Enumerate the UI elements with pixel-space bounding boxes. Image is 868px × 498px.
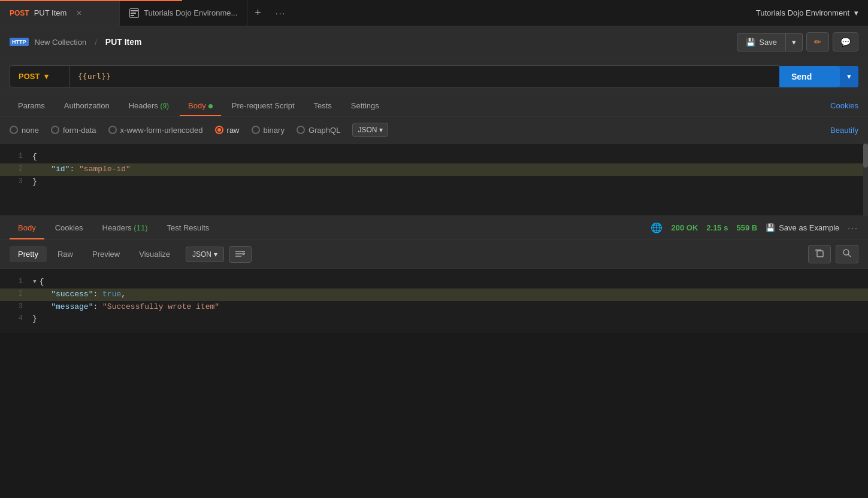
copy-response-button[interactable] bbox=[808, 245, 831, 263]
resp-code-line-3: 3 "message": "Successfully wrote item" bbox=[0, 301, 868, 314]
edit-button[interactable]: ✏ bbox=[806, 32, 829, 51]
radio-form-data[interactable]: form-data bbox=[51, 126, 96, 135]
tab-params[interactable]: Params bbox=[10, 95, 53, 116]
send-chevron-icon: ▾ bbox=[847, 72, 851, 81]
svg-rect-1 bbox=[131, 13, 136, 14]
view-tab-visualize[interactable]: Visualize bbox=[131, 246, 179, 262]
send-dropdown-button[interactable]: ▾ bbox=[839, 66, 858, 87]
beautify-button[interactable]: Beautify bbox=[830, 126, 858, 135]
http-badge: HTTP bbox=[10, 38, 29, 46]
environment-selector[interactable]: Tutorials Dojo Environment ▾ bbox=[746, 0, 868, 26]
send-button[interactable]: Send bbox=[779, 66, 839, 87]
tab-authorization[interactable]: Authorization bbox=[56, 95, 118, 116]
save-label: Save bbox=[759, 38, 777, 47]
tab-tests[interactable]: Tests bbox=[306, 95, 340, 116]
response-status: 🌐 200 OK 2.15 s 559 B 💾 Save as Example … bbox=[651, 222, 858, 233]
resp-tab-body[interactable]: Body bbox=[10, 216, 44, 239]
radio-raw[interactable]: raw bbox=[215, 126, 240, 135]
code-line-3: 3 } bbox=[0, 176, 868, 189]
environment-tab[interactable]: Tutorials Dojo Environme... bbox=[120, 0, 247, 26]
env-selector-label: Tutorials Dojo Environment bbox=[756, 8, 849, 17]
add-tab-button[interactable]: + bbox=[247, 0, 268, 26]
collapse-icon[interactable]: ▾ bbox=[32, 276, 37, 289]
tab-settings[interactable]: Settings bbox=[343, 95, 388, 116]
globe-icon: 🌐 bbox=[651, 222, 663, 233]
tab-body[interactable]: Body bbox=[180, 95, 221, 116]
radio-form-data-circle bbox=[51, 126, 59, 134]
env-selector-chevron: ▾ bbox=[854, 8, 858, 17]
radio-urlencoded[interactable]: x-www-form-urlencoded bbox=[108, 126, 203, 135]
cookies-link[interactable]: Cookies bbox=[830, 95, 858, 116]
tab-headers[interactable]: Headers (9) bbox=[120, 95, 177, 116]
env-icon bbox=[129, 8, 139, 18]
resp-tab-cookies[interactable]: Cookies bbox=[47, 216, 92, 239]
save-example-label: Save as Example bbox=[779, 223, 839, 232]
response-actions bbox=[808, 245, 858, 263]
tab-name: PUT Item bbox=[34, 8, 67, 17]
save-btn-container[interactable]: 💾 Save ▾ bbox=[737, 33, 803, 51]
response-format-label: JSON bbox=[192, 250, 211, 259]
editor-scrollbar[interactable] bbox=[863, 144, 868, 215]
body-dot bbox=[208, 104, 213, 108]
radio-urlencoded-circle bbox=[108, 126, 117, 134]
search-icon bbox=[842, 248, 852, 258]
status-code: 200 OK bbox=[671, 223, 698, 232]
response-view-bar: Pretty Raw Preview Visualize JSON ▾ bbox=[0, 240, 868, 269]
resp-headers-badge: (11) bbox=[134, 223, 147, 232]
view-tab-pretty[interactable]: Pretty bbox=[10, 246, 47, 262]
edit-icon: ✏ bbox=[814, 37, 821, 47]
send-label: Send bbox=[791, 72, 812, 81]
response-section: Body Cookies Headers (11) Test Results 🌐… bbox=[0, 215, 868, 333]
response-format-select[interactable]: JSON ▾ bbox=[186, 247, 224, 262]
response-more-button[interactable]: ··· bbox=[848, 223, 858, 233]
save-button[interactable]: 💾 Save bbox=[737, 33, 786, 51]
response-size: 559 B bbox=[736, 223, 757, 232]
save-dropdown-button[interactable]: ▾ bbox=[786, 33, 803, 51]
radio-graphql[interactable]: GraphQL bbox=[297, 126, 340, 135]
search-response-button[interactable] bbox=[836, 245, 858, 263]
json-format-select[interactable]: JSON ▾ bbox=[352, 123, 388, 137]
save-example-icon: 💾 bbox=[766, 223, 775, 232]
body-type-row: none form-data x-www-form-urlencoded raw… bbox=[0, 117, 868, 144]
resp-code-line-4: 4 } bbox=[0, 313, 868, 326]
wrap-button[interactable] bbox=[229, 246, 252, 263]
comment-button[interactable]: 💬 bbox=[833, 32, 858, 51]
format-chevron-icon: ▾ bbox=[214, 250, 217, 259]
save-icon: 💾 bbox=[746, 38, 755, 47]
request-tab[interactable]: POST PUT Item ✕ bbox=[0, 0, 120, 26]
url-input[interactable] bbox=[69, 65, 779, 87]
view-tab-raw[interactable]: Raw bbox=[49, 246, 81, 262]
resp-tab-headers[interactable]: Headers (11) bbox=[94, 216, 156, 239]
resp-code-line-1: 1 ▾ { bbox=[0, 276, 868, 289]
resp-code-line-2: 2 "success": true, bbox=[0, 289, 868, 301]
save-button-group: 💾 Save ▾ ✏ 💬 bbox=[737, 32, 858, 51]
code-line-1: 1 { bbox=[0, 151, 868, 163]
json-format-chevron-icon: ▾ bbox=[379, 126, 383, 134]
radio-binary-circle bbox=[252, 126, 260, 134]
tab-close-icon[interactable]: ✕ bbox=[76, 9, 82, 17]
scrollbar-thumb bbox=[863, 144, 868, 168]
tab-method: POST bbox=[10, 9, 29, 17]
tab-prerequest[interactable]: Pre-request Script bbox=[223, 95, 303, 116]
request-body-editor[interactable]: 1 { 2 "id": "sample-id" 3 } bbox=[0, 144, 868, 215]
method-chevron-icon: ▾ bbox=[44, 72, 49, 81]
more-tabs-button[interactable]: ··· bbox=[268, 0, 294, 26]
radio-binary[interactable]: binary bbox=[252, 126, 285, 135]
env-tab-label: Tutorials Dojo Environme... bbox=[144, 8, 237, 17]
response-time: 2.15 s bbox=[706, 223, 728, 232]
request-tabs: Params Authorization Headers (9) Body Pr… bbox=[0, 95, 868, 117]
headers-badge: (9) bbox=[160, 102, 169, 110]
view-tab-preview[interactable]: Preview bbox=[84, 246, 128, 262]
radio-graphql-circle bbox=[297, 126, 305, 134]
method-label: POST bbox=[19, 72, 40, 81]
resp-tab-test-results[interactable]: Test Results bbox=[158, 216, 217, 239]
radio-raw-circle bbox=[215, 126, 223, 134]
radio-none[interactable]: none bbox=[10, 126, 39, 135]
breadcrumb-separator: / bbox=[95, 38, 97, 47]
breadcrumb-collection[interactable]: New Collection bbox=[35, 38, 87, 47]
save-example-button[interactable]: 💾 Save as Example bbox=[766, 223, 839, 232]
comment-icon: 💬 bbox=[840, 37, 851, 47]
tab-bar: POST PUT Item ✕ Tutorials Dojo Environme… bbox=[0, 0, 868, 26]
method-select[interactable]: POST ▾ bbox=[10, 65, 69, 87]
response-tabs-bar: Body Cookies Headers (11) Test Results 🌐… bbox=[0, 216, 868, 240]
